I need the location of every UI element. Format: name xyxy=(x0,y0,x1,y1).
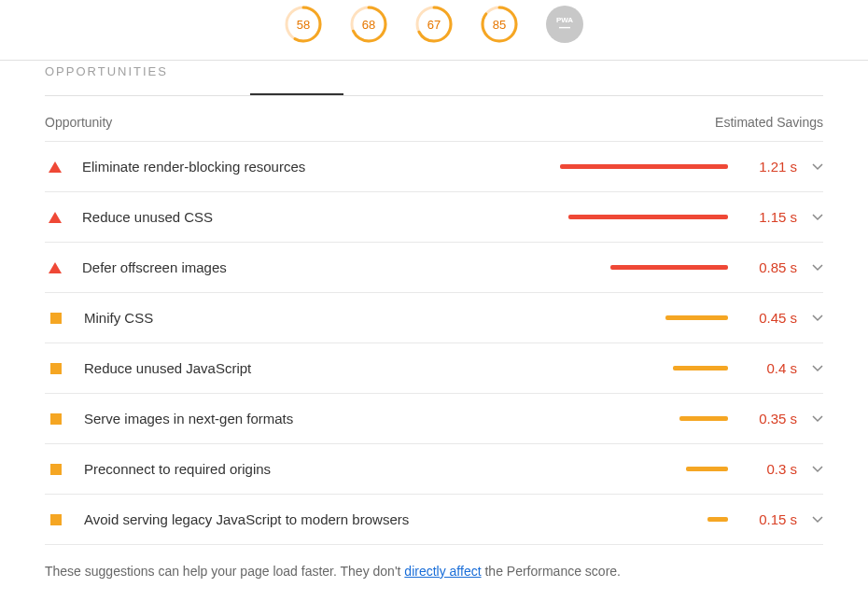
chevron-down-icon[interactable] xyxy=(812,262,823,273)
opportunity-row[interactable]: Minify CSS0.45 s xyxy=(45,292,823,342)
savings-bar-wrap xyxy=(560,366,728,370)
savings-bar xyxy=(673,366,728,370)
savings-value: 0.3 s xyxy=(741,461,797,477)
triangle-icon xyxy=(49,212,62,223)
section-title-bar: OPPORTUNITIES xyxy=(45,61,823,96)
triangle-icon xyxy=(49,262,62,273)
footnote-link[interactable]: directly affect xyxy=(404,564,481,579)
savings-value: 0.4 s xyxy=(741,360,797,376)
opportunity-label: Preconnect to required origins xyxy=(84,461,560,477)
savings-bar xyxy=(686,467,728,471)
opportunity-row[interactable]: Eliminate render-blocking resources1.21 … xyxy=(45,141,823,191)
square-icon xyxy=(50,363,62,374)
section-title: OPPORTUNITIES xyxy=(45,64,168,78)
score-circle-1[interactable]: 68 xyxy=(350,6,387,43)
chevron-down-icon[interactable] xyxy=(812,161,823,173)
savings-bar-wrap xyxy=(560,467,728,471)
opportunity-label: Defer offscreen images xyxy=(82,259,560,275)
savings-value: 1.15 s xyxy=(741,209,797,225)
active-tab-underline xyxy=(250,93,343,95)
opportunity-row[interactable]: Reduce unused JavaScript0.4 s xyxy=(45,342,823,393)
opportunities-header: Opportunity Estimated Savings xyxy=(45,96,823,141)
pwa-badge[interactable]: PWA — xyxy=(546,6,583,43)
opportunity-row[interactable]: Serve images in next-gen formats0.35 s xyxy=(45,393,823,443)
savings-value: 0.85 s xyxy=(741,259,797,275)
score-circle-0[interactable]: 58 xyxy=(285,6,322,43)
savings-value: 0.15 s xyxy=(741,511,797,527)
savings-value: 0.45 s xyxy=(741,310,797,326)
savings-bar xyxy=(560,164,728,169)
savings-value: 0.35 s xyxy=(741,411,797,426)
square-icon xyxy=(50,413,62,425)
savings-bar xyxy=(568,215,728,219)
footnote-suffix: the Performance score. xyxy=(482,564,621,579)
score-circle-3[interactable]: 85 xyxy=(481,6,518,43)
opportunity-label: Reduce unused JavaScript xyxy=(84,360,560,376)
savings-bar xyxy=(679,416,728,421)
opportunity-label: Avoid serving legacy JavaScript to moder… xyxy=(84,511,560,527)
opportunity-row[interactable]: Reduce unused CSS1.15 s xyxy=(45,191,823,242)
opportunity-label: Minify CSS xyxy=(84,310,560,326)
chevron-down-icon[interactable] xyxy=(812,464,823,475)
chevron-down-icon[interactable] xyxy=(812,514,823,525)
savings-bar xyxy=(665,315,728,320)
savings-bar-wrap xyxy=(560,315,728,320)
savings-bar xyxy=(707,517,728,522)
chevron-down-icon[interactable] xyxy=(812,413,823,425)
square-icon xyxy=(50,514,62,525)
opportunities-list: Eliminate render-blocking resources1.21 … xyxy=(45,141,823,544)
footnote-prefix: These suggestions can help your page loa… xyxy=(45,564,404,579)
savings-bar-wrap xyxy=(560,517,728,522)
savings-value: 1.21 s xyxy=(741,159,797,175)
opportunity-row[interactable]: Preconnect to required origins0.3 s xyxy=(45,443,823,494)
savings-bar-wrap xyxy=(560,265,728,270)
content-area: OPPORTUNITIES Opportunity Estimated Savi… xyxy=(0,61,868,601)
col-header-opportunity: Opportunity xyxy=(45,115,112,130)
opportunity-label: Serve images in next-gen formats xyxy=(84,411,560,426)
opportunity-row[interactable]: Avoid serving legacy JavaScript to moder… xyxy=(45,494,823,544)
savings-bar-wrap xyxy=(560,164,728,169)
opportunity-label: Eliminate render-blocking resources xyxy=(82,159,560,175)
footnote: These suggestions can help your page loa… xyxy=(45,544,823,601)
opportunity-row[interactable]: Defer offscreen images0.85 s xyxy=(45,242,823,292)
triangle-icon xyxy=(49,161,62,173)
savings-bar-wrap xyxy=(560,215,728,219)
savings-bar-wrap xyxy=(560,416,728,421)
chevron-down-icon[interactable] xyxy=(812,363,823,374)
square-icon xyxy=(50,313,62,324)
chevron-down-icon[interactable] xyxy=(812,212,823,223)
opportunity-label: Reduce unused CSS xyxy=(82,209,560,225)
square-icon xyxy=(50,464,62,475)
chevron-down-icon[interactable] xyxy=(812,313,823,324)
savings-bar xyxy=(610,265,728,270)
col-header-savings: Estimated Savings xyxy=(715,115,823,130)
score-summary-row: 58686785 PWA — xyxy=(0,0,868,61)
score-circle-2[interactable]: 67 xyxy=(415,6,453,43)
